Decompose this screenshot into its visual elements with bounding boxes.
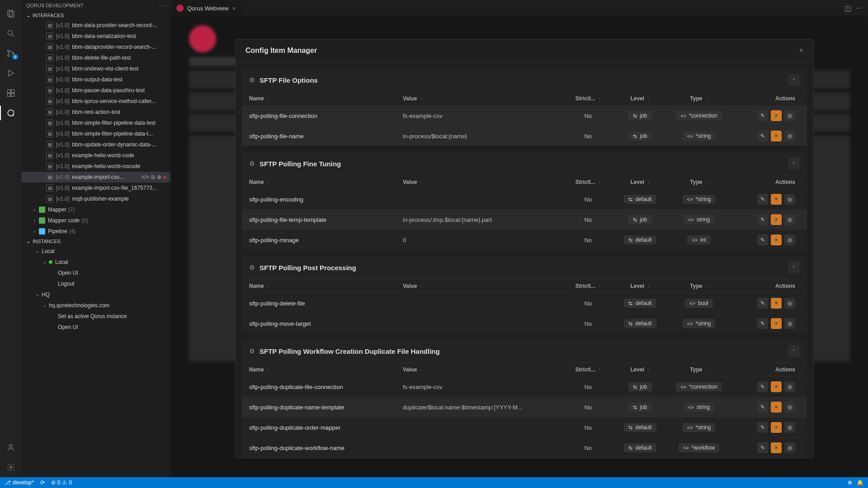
tree-group[interactable]: Mapper(7) — [22, 204, 171, 215]
tree-item[interactable]: ⊞[v1.0]bbm-ondewo-vtsi-client-test — [22, 63, 171, 74]
sidebar-more-icon[interactable]: ··· — [160, 3, 166, 8]
info-button[interactable]: ◎ — [784, 110, 795, 121]
sort-icon[interactable]: ↑ — [706, 96, 708, 101]
sort-icon[interactable]: ↑ — [420, 367, 423, 372]
reset-button[interactable]: × — [771, 442, 782, 453]
sort-icon[interactable]: ↑ — [648, 96, 650, 101]
instance-hq-host[interactable]: hq.qoretechnologies.com — [22, 300, 171, 311]
sort-icon[interactable]: ↑ — [420, 96, 423, 101]
reset-button[interactable]: × — [771, 318, 782, 329]
status-feedback[interactable]: ⊕ — [848, 479, 852, 486]
edit-button[interactable]: ✎ — [757, 442, 768, 453]
code-icon[interactable]: </> — [141, 173, 149, 182]
tree-item[interactable]: ⊞[v1.0]example-hello-world-nocode — [22, 161, 171, 172]
tree-item[interactable]: ⊞[v1.0]bbm-rest-action-test — [22, 107, 171, 117]
reset-button[interactable]: × — [771, 298, 782, 309]
tree-item[interactable]: ⊞[v1.0]bbm-update-order-dynamic-data-... — [22, 139, 171, 150]
col-value[interactable]: Value ↑ — [403, 366, 566, 373]
col-name[interactable]: Name ↑ — [249, 283, 403, 289]
tree-item[interactable]: ⊞[v1.0]example-import-csv...</>⧉⊕● — [22, 172, 171, 183]
tree-group[interactable]: Mapper code(0) — [22, 215, 171, 226]
tabbar-more-icon[interactable]: ··· — [856, 4, 862, 13]
col-value[interactable]: Value ↑ — [403, 179, 566, 185]
collapse-button[interactable]: ⌃ — [788, 158, 800, 169]
collapse-button[interactable]: ⌃ — [788, 74, 800, 86]
sort-icon[interactable]: ↑ — [706, 180, 708, 185]
col-level[interactable]: Level ↑ — [611, 179, 670, 185]
sort-icon[interactable]: ↑ — [648, 284, 650, 289]
edit-button[interactable]: ✎ — [757, 110, 768, 121]
col-level[interactable]: Level ↑ — [611, 366, 670, 373]
sort-icon[interactable]: ↑ — [420, 180, 423, 185]
edit-button[interactable]: ✎ — [757, 402, 768, 413]
status-branch[interactable]: ⎇ develop* — [5, 479, 34, 486]
tree-item[interactable]: ⊞[v1.0]bbm-data-serialization-test — [22, 31, 171, 42]
tab-qorus-webview[interactable]: Qorus Webview × — [171, 0, 241, 16]
modal-close-button[interactable]: × — [799, 47, 803, 55]
tree-item[interactable]: ⊞[v1.0]bbm-pause-data-passthru-test — [22, 85, 171, 96]
reset-button[interactable]: × — [771, 110, 782, 121]
extensions-icon[interactable] — [5, 88, 16, 99]
col-strict[interactable]: Strictl... ↑ — [566, 95, 611, 102]
tree-item[interactable]: ⊞[v1.0]bbm-simple-filter-pipeline-data-t… — [22, 117, 171, 128]
edit-button[interactable]: ✎ — [757, 318, 768, 329]
col-name[interactable]: Name ↑ — [249, 366, 403, 373]
source-control-icon[interactable]: 8 — [5, 48, 16, 59]
info-button[interactable]: ◎ — [784, 318, 795, 329]
info-button[interactable]: ◎ — [784, 235, 795, 245]
col-type[interactable]: Type ↑ — [670, 283, 728, 289]
tree-item[interactable]: ⊞[v1.0]bbm-qorus-service-method-caller..… — [22, 96, 171, 107]
copy-icon[interactable]: ⧉ — [151, 173, 155, 182]
status-sync[interactable]: ⟳ — [40, 479, 45, 486]
col-level[interactable]: Level ↑ — [611, 95, 670, 102]
edit-button[interactable]: ✎ — [757, 194, 768, 205]
sort-icon[interactable]: ↑ — [267, 284, 269, 289]
col-name[interactable]: Name ↑ — [249, 179, 403, 185]
instance-hq[interactable]: HQ — [22, 289, 171, 300]
info-button[interactable]: ◎ — [784, 402, 795, 413]
col-type[interactable]: Type ↑ — [670, 366, 728, 373]
instance-open-ui-2[interactable]: Open UI — [22, 322, 171, 333]
account-icon[interactable] — [5, 442, 16, 453]
tab-close-icon[interactable]: × — [232, 5, 236, 12]
sort-icon[interactable]: ↑ — [599, 96, 601, 101]
tree-item[interactable]: ⊞[v1.0]bbm-output-data-test — [22, 74, 171, 85]
sort-icon[interactable]: ↑ — [267, 367, 269, 372]
sort-icon[interactable]: ↑ — [599, 367, 601, 372]
instance-set-active[interactable]: Set as active Qorus instance — [22, 311, 171, 322]
section-instances[interactable]: INSTANCES — [22, 237, 171, 246]
collapse-button[interactable]: ⌃ — [788, 262, 800, 273]
edit-button[interactable]: ✎ — [757, 422, 768, 433]
info-button[interactable]: ◎ — [784, 298, 795, 309]
delete-icon[interactable]: ● — [163, 173, 166, 182]
edit-button[interactable]: ✎ — [757, 381, 768, 392]
edit-button[interactable]: ✎ — [757, 131, 768, 141]
sort-icon[interactable]: ↑ — [648, 367, 650, 372]
tree-item[interactable]: ⊞[v1.0]bbm-simple-filter-pipeline-data-t… — [22, 128, 171, 139]
explorer-icon[interactable] — [5, 8, 16, 19]
col-type[interactable]: Type ↑ — [670, 179, 728, 185]
status-problems[interactable]: ⊘0 ⚠0 — [51, 479, 72, 486]
sort-icon[interactable]: ↑ — [599, 284, 601, 289]
col-value[interactable]: Value ↑ — [403, 95, 566, 102]
col-name[interactable]: Name ↑ — [249, 95, 403, 102]
reset-button[interactable]: × — [771, 402, 782, 413]
edit-button[interactable]: ✎ — [757, 214, 768, 225]
search-icon[interactable] — [5, 28, 16, 39]
col-strict[interactable]: Strictl... ↑ — [566, 283, 611, 289]
tree-item[interactable]: ⊞[v1.0]example-import-csv-file_1675773..… — [22, 183, 171, 193]
reset-button[interactable]: × — [771, 235, 782, 245]
sort-icon[interactable]: ↑ — [648, 180, 650, 185]
run-debug-icon[interactable] — [5, 68, 16, 79]
col-level[interactable]: Level ↑ — [611, 283, 670, 289]
tree-item[interactable]: ⊞[v1.0]example-hello-world-code — [22, 150, 171, 161]
qorus-icon[interactable] — [5, 108, 16, 118]
instance-logout[interactable]: Logout — [22, 278, 171, 289]
tree-item[interactable]: ⊞[v1.0]bbm-dataprovider-record-search-..… — [22, 42, 171, 52]
settings-gear-icon[interactable] — [5, 462, 16, 473]
sort-icon[interactable]: ↑ — [420, 284, 423, 289]
reset-button[interactable]: × — [771, 131, 782, 141]
tree-item[interactable]: ⊞[v1.0]mqtt-publisher-example — [22, 193, 171, 204]
reset-button[interactable]: × — [771, 194, 782, 205]
collapse-button[interactable]: ⌃ — [788, 345, 800, 357]
